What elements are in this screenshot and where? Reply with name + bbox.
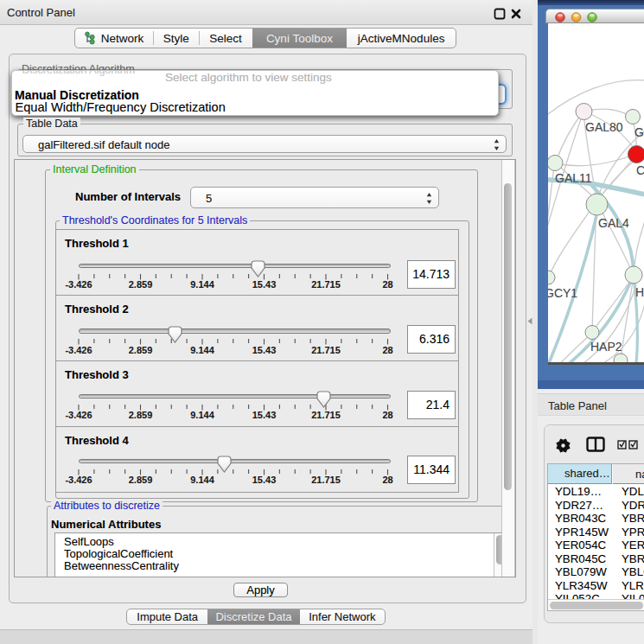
svg-text:HAP2: HAP2 — [590, 340, 622, 354]
svg-text:H: H — [635, 285, 644, 299]
svg-text:GA: GA — [634, 125, 644, 139]
svg-text:GAL80: GAL80 — [585, 120, 623, 134]
svg-text:GAL4: GAL4 — [598, 216, 629, 230]
svg-text:C: C — [636, 163, 644, 177]
svg-text:GAL11: GAL11 — [555, 171, 592, 185]
svg-text:GCY1: GCY1 — [548, 286, 577, 300]
